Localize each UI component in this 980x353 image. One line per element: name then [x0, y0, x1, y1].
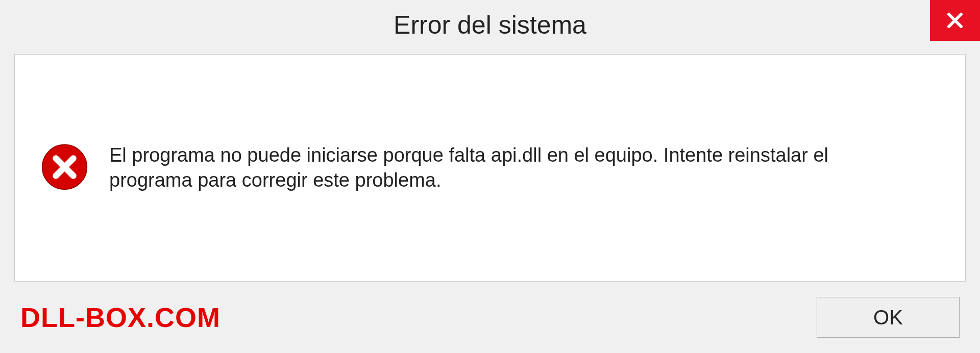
error-message: El programa no puede iniciarse porque fa… — [109, 143, 875, 193]
error-icon-container — [40, 143, 89, 193]
titlebar: Error del sistema — [0, 0, 980, 50]
error-dialog: Error del sistema El programa no puede i… — [0, 0, 980, 353]
close-button[interactable] — [930, 0, 980, 41]
content-area: El programa no puede iniciarse porque fa… — [14, 54, 966, 282]
dialog-title: Error del sistema — [394, 10, 586, 40]
dialog-footer: DLL-BOX.COM OK — [0, 282, 980, 353]
close-icon — [945, 10, 965, 31]
error-icon — [40, 143, 89, 191]
ok-button[interactable]: OK — [817, 297, 960, 338]
watermark-text: DLL-BOX.COM — [20, 301, 220, 333]
